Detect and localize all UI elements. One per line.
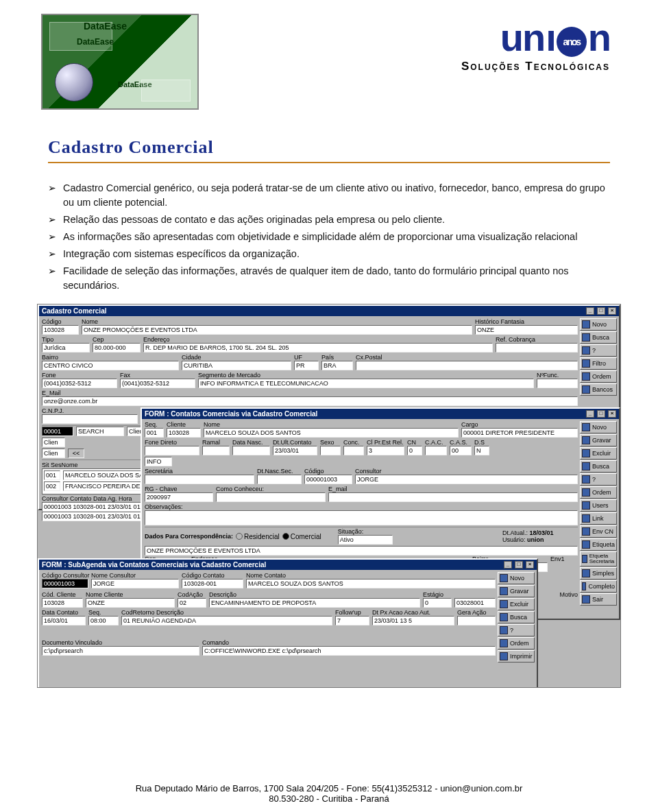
side-novo-button[interactable]: Novo bbox=[580, 421, 617, 433]
search-label[interactable]: SEARCH bbox=[76, 427, 124, 436]
close-icon[interactable]: × bbox=[608, 307, 616, 315]
cod-contato-input[interactable]: 103028-001 bbox=[182, 579, 243, 588]
estagio-input[interactable]: 0 bbox=[423, 598, 452, 608]
side-gravar-button[interactable]: Gravar bbox=[580, 434, 617, 446]
search-code[interactable]: 00001 bbox=[42, 427, 73, 436]
side-filtro-button[interactable]: Filtro bbox=[580, 357, 617, 370]
secretaria-input[interactable] bbox=[145, 475, 254, 484]
pais-input[interactable]: BRA bbox=[321, 361, 353, 370]
nome-consultor-input[interactable]: JORGE bbox=[91, 579, 179, 588]
cnpj-input[interactable] bbox=[42, 414, 138, 424]
opt-comercial[interactable]: Comercial bbox=[282, 533, 321, 540]
minimize-icon[interactable]: _ bbox=[586, 307, 594, 315]
minimize-icon[interactable]: _ bbox=[586, 410, 594, 418]
nome-input[interactable]: ONZE PROMOÇÕES E EVENTOS LTDA bbox=[82, 325, 472, 335]
codigo-input[interactable]: 000001003 bbox=[304, 475, 352, 484]
side-gravar-button[interactable]: Gravar bbox=[498, 585, 535, 597]
cep-input[interactable]: 80.000-000 bbox=[93, 343, 141, 353]
fone-input[interactable]: (0041)0352-5312 bbox=[42, 379, 117, 388]
nome-cliente-input[interactable]: ONZE bbox=[86, 598, 175, 608]
side-ordem-button[interactable]: Ordem bbox=[580, 486, 617, 499]
side-help-button[interactable]: ? bbox=[498, 624, 535, 636]
data-nasc-input[interactable] bbox=[232, 446, 270, 455]
side-excluir-button[interactable]: Excluir bbox=[498, 598, 535, 610]
side-simples-button[interactable]: Simples bbox=[580, 567, 617, 580]
conc-input[interactable] bbox=[343, 446, 364, 455]
segmento-input[interactable]: INFO INFORMATICA E TELECOMUNICACAO bbox=[198, 379, 534, 388]
followup-input[interactable]: 7 bbox=[335, 616, 369, 625]
data-contato-input[interactable]: 16/03/01 bbox=[42, 616, 86, 625]
side-envcn-button[interactable]: Env CN bbox=[580, 525, 617, 538]
clprestrel-input[interactable]: 3 bbox=[367, 446, 404, 455]
side-bancos-button[interactable]: Bancos bbox=[580, 383, 617, 396]
side-ordem-button[interactable]: Ordem bbox=[498, 637, 535, 649]
cx-postal-input[interactable] bbox=[356, 361, 578, 370]
collapse-button[interactable]: << bbox=[68, 449, 84, 458]
side-etiqueta-button[interactable]: Etiqueta bbox=[580, 538, 617, 551]
rg-input[interactable]: 2090997 bbox=[145, 492, 213, 502]
extra-code-input[interactable]: 03028001 bbox=[454, 598, 496, 608]
email2-input[interactable] bbox=[328, 492, 578, 502]
cod-acao-input[interactable]: 02 bbox=[178, 598, 206, 608]
side-etiqueta-sec-button[interactable]: Etqueta Secretaria bbox=[580, 551, 617, 566]
side-busca-button[interactable]: Busca bbox=[498, 611, 535, 623]
side-sair-button[interactable]: Sair bbox=[580, 593, 617, 606]
minimize-icon[interactable]: _ bbox=[504, 561, 512, 569]
side-help-button[interactable]: ? bbox=[580, 473, 617, 486]
descricao-input[interactable]: ENCAMINHAMENTO DE PROPOSTA bbox=[209, 598, 420, 608]
side-link-button[interactable]: Link bbox=[580, 512, 617, 525]
close-icon[interactable]: × bbox=[526, 561, 534, 569]
corr-nome-input[interactable]: ONZE PROMOÇÕES E EVENTOS LTDA bbox=[145, 546, 578, 556]
side-busca-button[interactable]: Busca bbox=[580, 460, 617, 473]
consultor-input[interactable]: JORGE bbox=[355, 475, 578, 484]
side-imprimir-button[interactable]: Imprimir bbox=[498, 650, 535, 662]
opt-residencial[interactable]: Residencial bbox=[236, 533, 280, 540]
side-excluir-button[interactable]: Excluir bbox=[580, 447, 617, 459]
maximize-icon[interactable]: □ bbox=[597, 410, 605, 418]
side-novo-button[interactable]: Novo bbox=[498, 572, 535, 584]
codigo-input[interactable]: 103028 bbox=[42, 325, 79, 335]
close-icon[interactable]: × bbox=[608, 410, 616, 418]
obs-input[interactable] bbox=[145, 510, 578, 525]
cod-retorno-input[interactable]: 01 REUNIÃO AGENDADA bbox=[121, 616, 332, 625]
side-users-button[interactable]: Users bbox=[580, 499, 617, 512]
nome-input[interactable]: MARCELO SOUZA DOS SANTOS bbox=[204, 428, 459, 438]
gera-acao-input[interactable] bbox=[457, 616, 496, 625]
ref-cobranca-input[interactable] bbox=[496, 343, 578, 353]
side-help-button[interactable]: ? bbox=[580, 344, 617, 357]
bairro-input[interactable]: CENTRO CIVICO bbox=[42, 361, 179, 370]
fone-direto-input[interactable] bbox=[145, 446, 199, 455]
side-completo-button[interactable]: Completo bbox=[580, 580, 617, 593]
doc-vinc-input[interactable]: c:\pd\prsearch bbox=[42, 646, 199, 656]
cargo-input[interactable]: 000001 DIRETOR PRESIDENTE bbox=[461, 428, 578, 438]
dt-ult-contato-input[interactable]: 23/03/01 bbox=[273, 446, 317, 455]
cas-input[interactable]: 00 bbox=[450, 446, 472, 455]
cod-cliente-input[interactable]: 103028 bbox=[42, 598, 83, 608]
email-input[interactable]: onze@onze.com.br bbox=[42, 396, 578, 406]
seq-input[interactable]: 001 bbox=[145, 428, 164, 438]
side-novo-button[interactable]: Novo bbox=[580, 318, 617, 331]
situacao-input[interactable]: Ativo bbox=[338, 535, 393, 545]
maximize-icon[interactable]: □ bbox=[515, 561, 523, 569]
sexo-input[interactable] bbox=[320, 446, 341, 455]
side-busca-button[interactable]: Busca bbox=[580, 331, 617, 344]
ramal-input[interactable] bbox=[202, 446, 230, 455]
endereco-input[interactable]: R. DEP MARIO DE BARROS, 1700 SL. 204 SL.… bbox=[143, 343, 493, 353]
cidade-input[interactable]: CURITIBA bbox=[182, 361, 291, 370]
uf-input[interactable]: PR bbox=[294, 361, 319, 370]
nfunc-input[interactable] bbox=[537, 379, 578, 388]
comando-input[interactable]: C:OFFICE\WINWORD.EXE c:\pd\prsearch bbox=[202, 646, 496, 656]
cac-input[interactable] bbox=[425, 446, 447, 455]
nome-contato-input[interactable]: MARCELO SOUZA DOS SANTOS bbox=[246, 579, 496, 588]
info-input[interactable]: INFO bbox=[145, 457, 172, 466]
ds-input[interactable]: N bbox=[474, 446, 489, 455]
seq3-input[interactable]: 08:00 bbox=[88, 616, 119, 625]
hist-fantasia-input[interactable]: ONZE bbox=[475, 325, 578, 335]
como-conheceu-input[interactable] bbox=[216, 492, 326, 502]
cliente-input[interactable]: 103028 bbox=[167, 428, 201, 438]
dtnascsec-input[interactable] bbox=[257, 475, 302, 484]
fax-input[interactable]: (0041)0352-5312 bbox=[120, 379, 195, 388]
tipo-input[interactable]: Jurídica bbox=[42, 343, 90, 353]
maximize-icon[interactable]: □ bbox=[597, 307, 605, 315]
side-ordem-button[interactable]: Ordem bbox=[580, 370, 617, 383]
